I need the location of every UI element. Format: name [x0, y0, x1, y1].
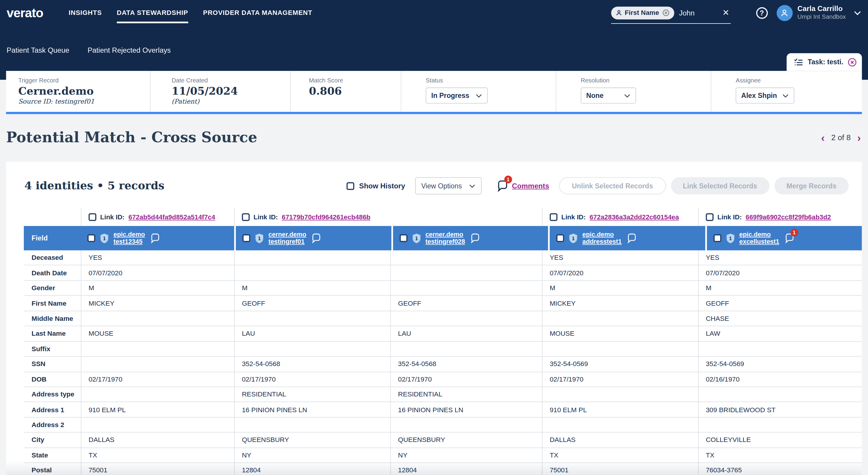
table-row: Postal7500112804128047500176034-3765	[24, 463, 862, 475]
link-checkbox[interactable]	[242, 213, 250, 221]
field-label: City	[24, 433, 81, 447]
user-menu[interactable]: Carla Carrillo Umpi Int Sandbox	[776, 5, 862, 21]
resolution-value: None	[586, 92, 603, 99]
subnav-patient-task-queue[interactable]: Patient Task Queue	[6, 46, 69, 54]
record-comment-icon[interactable]: 1	[784, 233, 795, 244]
match-score-label: Match Score	[309, 77, 401, 84]
trigger-record-value: Cerner.demo	[18, 85, 150, 97]
record-comment-icon[interactable]	[311, 233, 322, 244]
cell-value: 76034-3765	[698, 463, 862, 475]
view-options-label: View Options	[421, 182, 462, 189]
cell-value: LAU	[234, 326, 390, 341]
shield-badge-icon: 1	[725, 233, 735, 243]
table-row: StateTXNYNYTXTX	[24, 448, 862, 463]
assignee-value: Alex Shpin	[741, 92, 777, 99]
link-checkbox[interactable]	[706, 213, 714, 221]
cell-value: YES	[698, 250, 862, 265]
table-row: Suffix	[24, 342, 862, 357]
search-filter-chip[interactable]: First Name	[611, 6, 674, 19]
record-checkbox[interactable]	[556, 234, 564, 242]
comments-control[interactable]: 1 Comments	[496, 179, 549, 192]
record-comment-icon[interactable]	[469, 233, 480, 244]
record-id: addresstest1	[583, 238, 622, 245]
record-source: epic.demo	[113, 231, 145, 238]
field-label: Deceased	[24, 250, 81, 265]
show-history-checkbox[interactable]	[346, 182, 354, 189]
cell-value: 07/07/2020	[698, 265, 862, 280]
status-dropdown[interactable]: In Progress	[426, 88, 488, 103]
link-id-link[interactable]: 672ab5d44fa9d852a514f7c4	[128, 213, 215, 221]
top-navbar: verato INSIGHTS DATA STEWARDSHIP PROVIDE…	[0, 0, 868, 80]
comments-link[interactable]: Comments	[512, 182, 549, 190]
shield-badge-icon: 1	[100, 233, 109, 243]
task-chip[interactable]: Task: testi...	[786, 53, 862, 71]
table-row: DeceasedYESYESYES	[24, 250, 862, 265]
cell-value: 16 PINION PINES LN	[390, 403, 542, 417]
resolution-dropdown[interactable]: None	[581, 88, 636, 103]
record-checkbox[interactable]	[242, 234, 250, 242]
search-query-text[interactable]: John	[679, 9, 694, 17]
record-source-link[interactable]: epic.demo excellustest1	[739, 231, 779, 245]
comment-bubble-icon[interactable]: 1	[496, 179, 509, 192]
link-id-spacer	[24, 208, 81, 226]
clear-search-icon[interactable]: ✕	[722, 8, 731, 18]
close-task-icon[interactable]	[847, 57, 857, 67]
record-source-link[interactable]: cerner.demo testingref028	[425, 231, 465, 245]
cell-value: 75001	[81, 463, 234, 475]
link-id-link[interactable]: 672a2836a3a2dd22c60154ea	[590, 213, 679, 221]
record-source-link[interactable]: cerner.demo testingref01	[269, 231, 306, 245]
record-source: cerner.demo	[425, 231, 465, 238]
user-name: Carla Carrillo	[798, 5, 846, 13]
field-label: Suffix	[24, 342, 81, 356]
field-label: DOB	[24, 372, 81, 387]
link-id-label: Link ID:	[100, 213, 125, 221]
shield-badge-icon: 1	[568, 233, 578, 243]
help-icon[interactable]: ?	[756, 7, 768, 19]
record-comment-icon[interactable]	[626, 233, 637, 244]
search-input[interactable]: First Name John ✕	[611, 6, 731, 24]
record-id: test12345	[113, 238, 145, 245]
record-checkbox[interactable]	[400, 234, 407, 242]
search-filter-label: First Name	[625, 9, 659, 17]
nav-item-data-stewardship[interactable]: DATA STEWARDSHIP	[117, 0, 188, 26]
record-checkbox[interactable]	[88, 234, 95, 242]
chevron-down-icon[interactable]	[854, 10, 862, 15]
field-label: Middle Name	[24, 311, 81, 326]
record-checkbox[interactable]	[713, 234, 721, 242]
nav-item-provider-data-management[interactable]: PROVIDER DATA MANAGEMENT	[203, 0, 312, 26]
date-created-type: (Patient)	[172, 98, 290, 106]
svg-text:1: 1	[415, 235, 418, 241]
link-selected-records-button[interactable]: Link Selected Records	[671, 177, 769, 195]
cell-value: 910 ELM PL	[81, 403, 234, 417]
next-page-icon[interactable]: ›	[856, 132, 862, 143]
cell-value: 12804	[234, 463, 390, 475]
link-id-link[interactable]: 669f9a6902cc8f29fb6ab3d2	[746, 213, 831, 221]
main-nav: INSIGHTS DATA STEWARDSHIP PROVIDER DATA …	[69, 0, 312, 26]
unlink-selected-records-button[interactable]: Unlink Selected Records	[559, 177, 666, 195]
table-row: Middle NameCHASE	[24, 311, 862, 326]
cell-value	[234, 250, 390, 265]
link-checkbox[interactable]	[550, 213, 557, 221]
record-header: 1 cerner.demo testingref028	[393, 226, 548, 250]
cell-value	[390, 342, 542, 356]
table-row: Last NameMOUSELAULAUMOUSELAW	[24, 326, 862, 342]
record-header: 1 epic.demo addresstest1	[550, 226, 705, 250]
link-id-link[interactable]: 67179b70cfd964261ecb486b	[282, 213, 370, 221]
merge-records-button[interactable]: Merge Records	[774, 177, 849, 195]
nav-item-insights[interactable]: INSIGHTS	[69, 0, 102, 26]
comments-count-badge: 1	[504, 176, 512, 183]
chevron-down-icon	[624, 93, 630, 98]
assignee-dropdown[interactable]: Alex Shpin	[736, 88, 794, 103]
subnav-patient-rejected-overlays[interactable]: Patient Rejected Overlays	[88, 46, 171, 54]
cell-value	[81, 357, 234, 372]
show-history-toggle[interactable]: Show History	[346, 182, 405, 190]
trigger-record-source-id: Source ID: testingref01	[18, 98, 150, 106]
remove-filter-icon[interactable]	[662, 9, 670, 17]
prev-page-icon[interactable]: ‹	[820, 132, 826, 143]
record-comment-icon[interactable]	[149, 233, 160, 244]
view-options-dropdown[interactable]: View Options	[415, 177, 481, 195]
record-source-link[interactable]: epic.demo addresstest1	[583, 231, 622, 245]
task-list-icon	[794, 57, 803, 67]
link-checkbox[interactable]	[89, 213, 96, 221]
record-source-link[interactable]: epic.demo test12345	[113, 231, 145, 245]
